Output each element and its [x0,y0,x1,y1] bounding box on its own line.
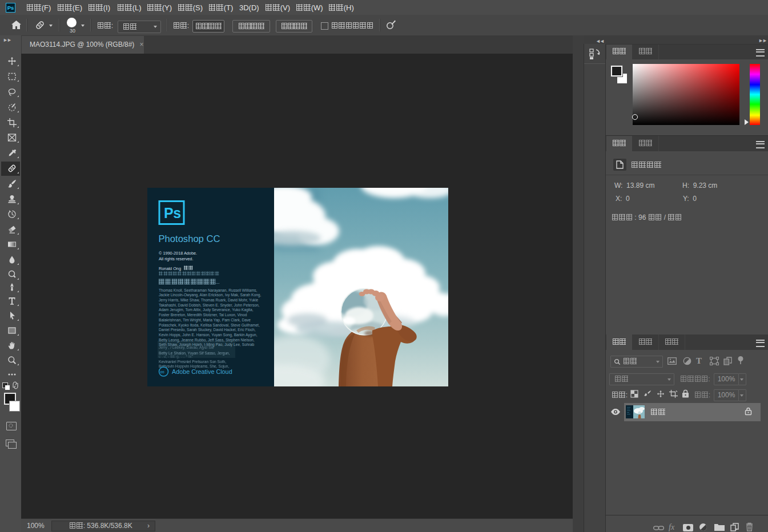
svg-text:Balakrishnan, Tim Wright, Mari: Balakrishnan, Tim Wright, Maria Yap, Pam… [159,318,251,323]
svg-text:All rights reserved.: All rights reserved. [159,256,193,261]
svg-text:Takahashi, David Dobish, Steve: Takahashi, David Dobish, Steven E. Snyde… [159,303,260,308]
svg-text:Ps: Ps [164,205,181,221]
svg-text:Adobe Creative Cloud: Adobe Creative Cloud [172,368,232,375]
svg-text:© 1990-2018 Adobe.: © 1990-2018 Adobe. [159,251,197,256]
svg-text:Jerry , / Leekey, Davao, Ajy: Jerry , / Leekey, Davao, Ajysl Sie [159,345,214,350]
svg-text:Jerry Harris, Mike Shaw, Thoma: Jerry Harris, Mike Shaw, Thomas Ruark, D… [159,298,259,303]
svg-text:Kevinaniel Presniel Pretsuran: Kevinaniel Presniel Pretsuran Son Soth, [159,360,226,364]
svg-text:Kevin Hopps, John E. Hanson, Y: Kevin Hopps, John E. Hanson, Yuyan Song,… [159,333,258,337]
svg-text:Foster Brereton, Meredith Stot: Foster Brereton, Meredith Stotzner, Tai … [159,313,247,317]
svg-text:Ronald Ong: Ronald Ong [159,266,181,271]
svg-text:∞: ∞ [160,368,165,375]
svg-text:Photoshop CC: Photoshop CC [159,233,220,244]
svg-text:...: ... [215,279,220,285]
svg-text:Polaschek, Kyoko Itoda, Kellis: Polaschek, Kyoko Itoda, Kellisa Sandoval… [159,323,260,328]
svg-text:c . u, - BE g, . ..: c . u, - BE g, . .. * M: [159,354,193,359]
svg-text:Thomas Knoll, Seetharaman Nara: Thomas Knoll, Seetharaman Narayanan, Rus… [159,288,258,293]
svg-text:Betty Leong, Jeanne Rubbo, Jef: Betty Leong, Jeanne Rubbo, Jeff Sass, St… [159,338,255,342]
svg-text:Jackie Lincoln-Owyang, Alan Er: Jackie Lincoln-Owyang, Alan Erickson, Iv… [159,293,262,297]
svg-text:Daniel Presedo, Sarah Stuckey,: Daniel Presedo, Sarah Stuckey, David Hac… [159,328,256,332]
svg-text:Adam Jerugim, Tom Attix, Judy: Adam Jerugim, Tom Attix, Judy Severance,… [159,308,254,312]
